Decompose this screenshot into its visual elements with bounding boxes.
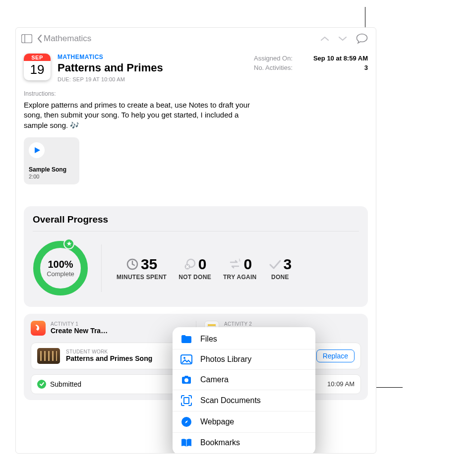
progress-ring: 100% Complete (33, 240, 97, 296)
submitted-time: 10:09 AM (327, 380, 355, 388)
done-value: 3 (284, 256, 292, 273)
assigned-on-label: Assigned On: (254, 55, 293, 62)
attachment-duration: 2:00 (29, 174, 74, 179)
calendar-day: 19 (24, 61, 51, 77)
menu-label: Camera (200, 375, 229, 384)
folder-icon (180, 334, 192, 344)
activity-1[interactable]: ACTIVITY 1 Create New Tra… (31, 321, 196, 336)
book-icon (180, 438, 192, 448)
sidebar-toggle-button[interactable] (21, 33, 33, 45)
minutes-value: 35 (141, 256, 157, 273)
attachment-sample-song[interactable]: Sample Song 2:00 (24, 137, 79, 184)
add-source-menu: Files Photos Library Camera Scan Documen… (173, 327, 315, 454)
comment-button[interactable] (356, 33, 368, 44)
stat-minutes: 35 MINUTES SPENT (117, 256, 167, 281)
menu-label: Photos Library (200, 355, 251, 364)
menu-item-bookmarks[interactable]: Bookmarks (173, 432, 315, 453)
tryagain-value: 0 (243, 256, 252, 273)
minutes-label: MINUTES SPENT (117, 274, 167, 281)
done-label: DONE (269, 274, 292, 281)
svg-point-17 (184, 378, 188, 382)
svg-rect-11 (208, 324, 216, 326)
tryagain-label: TRY AGAIN (223, 274, 257, 281)
activity-1-name: Create New Tra… (51, 327, 108, 335)
stat-tryagain: 1 0 TRY AGAIN (223, 256, 257, 281)
activity-1-label: ACTIVITY 1 (51, 321, 108, 327)
work-thumbnail (37, 348, 60, 364)
assignment-title: Patterns and Primes (58, 61, 247, 74)
svg-rect-0 (22, 35, 32, 43)
instructions-label: Instructions: (24, 90, 368, 97)
notdone-icon (183, 258, 196, 271)
photo-icon (180, 354, 192, 364)
submitted-label: Submitted (50, 380, 81, 388)
instructions-text: Explore patterns and primes to create a … (24, 100, 257, 130)
nav-bar: Mathematics (16, 28, 376, 50)
compass-icon (180, 416, 192, 427)
student-work-name: Patterns and Primes Song (66, 354, 152, 362)
progress-percent-label: Complete (47, 270, 74, 278)
scan-icon (180, 395, 192, 406)
speech-bubble-icon (356, 33, 368, 44)
replace-button[interactable]: Replace (316, 350, 355, 362)
stat-notdone: 0 NOT DONE (178, 256, 211, 281)
activity-2-label: ACTIVITY 2 (224, 321, 267, 327)
due-label: DUE: SEP 19 AT 10:00 AM (58, 76, 247, 82)
menu-label: Bookmarks (200, 438, 240, 447)
prev-button[interactable] (320, 36, 329, 42)
overall-progress-heading: Overall Progress (33, 214, 359, 225)
menu-item-photos[interactable]: Photos Library (173, 349, 315, 369)
activities-count-value: 3 (364, 64, 368, 71)
menu-item-webpage[interactable]: Webpage (173, 411, 315, 432)
svg-marker-2 (35, 147, 40, 153)
clock-icon (126, 258, 139, 271)
menu-item-scan[interactable]: Scan Documents (173, 390, 315, 411)
chevron-left-icon (37, 34, 43, 43)
attachment-title: Sample Song (29, 166, 74, 173)
menu-item-files[interactable]: Files (173, 329, 315, 349)
menu-label: Scan Documents (200, 396, 261, 405)
chevron-down-icon (338, 36, 347, 42)
activities-count-label: No. Activities: (254, 64, 293, 71)
overall-progress-card: Overall Progress 100% Complete (24, 206, 368, 307)
menu-label: Webpage (200, 417, 234, 426)
subject-label: MATHEMATICS (58, 54, 247, 60)
play-button[interactable] (29, 142, 45, 158)
play-icon (34, 147, 41, 154)
tryagain-icon: 1 (228, 258, 241, 271)
stat-done: 3 DONE (269, 256, 292, 281)
student-work-label: STUDENT WORK (66, 349, 152, 354)
camera-icon (180, 375, 192, 385)
svg-point-16 (183, 357, 185, 359)
calendar-month: SEP (24, 54, 51, 61)
back-button[interactable]: Mathematics (37, 34, 91, 44)
submitted-check-icon (37, 380, 46, 389)
notdone-value: 0 (198, 256, 207, 273)
notdone-label: NOT DONE (178, 274, 211, 281)
assignment-header: SEP 19 MATHEMATICS Patterns and Primes D… (16, 50, 376, 85)
next-button[interactable] (338, 36, 347, 42)
garageband-icon (31, 321, 46, 336)
calendar-badge: SEP 19 (24, 54, 51, 80)
back-label: Mathematics (44, 34, 91, 44)
progress-percent: 100% (48, 259, 73, 270)
menu-label: Files (200, 335, 217, 344)
svg-text:1: 1 (238, 258, 241, 262)
app-window: Mathematics SEP 19 MATHEMATICS Patterns … (15, 27, 376, 454)
assigned-on-value: Sep 10 at 8:59 AM (313, 55, 368, 62)
check-icon (269, 258, 282, 271)
assignment-meta: Assigned On: Sep 10 at 8:59 AM No. Activ… (254, 54, 368, 82)
sidebar-icon (21, 34, 32, 43)
menu-item-camera[interactable]: Camera (173, 369, 315, 390)
svg-rect-18 (184, 398, 189, 404)
chevron-up-icon (320, 36, 329, 42)
